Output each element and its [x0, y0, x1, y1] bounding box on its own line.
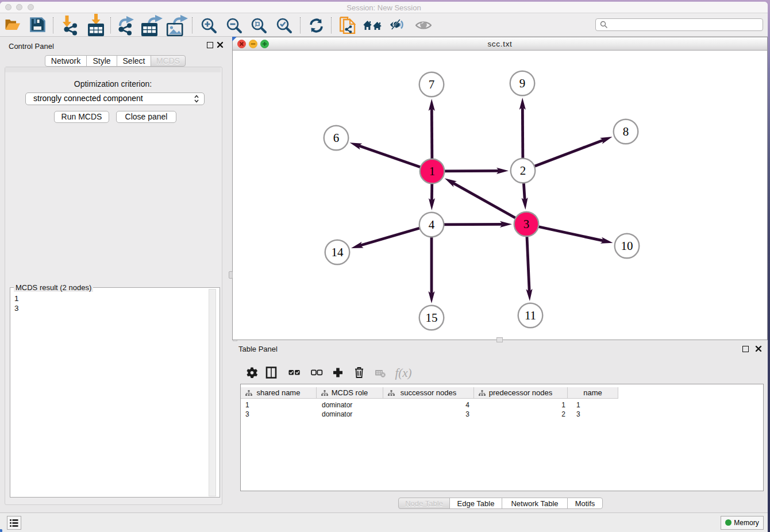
svg-text:8: 8 [623, 125, 629, 138]
svg-text:11: 11 [525, 309, 536, 322]
svg-text:3: 3 [523, 217, 530, 231]
svg-text:f(x): f(x) [395, 366, 411, 380]
svg-text:2: 2 [520, 164, 526, 178]
svg-text:10: 10 [621, 239, 633, 253]
svg-text:1: 1 [429, 164, 436, 178]
svg-text:14: 14 [332, 245, 344, 259]
svg-text:6: 6 [333, 131, 340, 145]
svg-text:15: 15 [426, 311, 438, 325]
svg-text:4: 4 [429, 218, 435, 232]
svg-text:7: 7 [429, 78, 435, 91]
svg-text:9: 9 [519, 76, 526, 90]
